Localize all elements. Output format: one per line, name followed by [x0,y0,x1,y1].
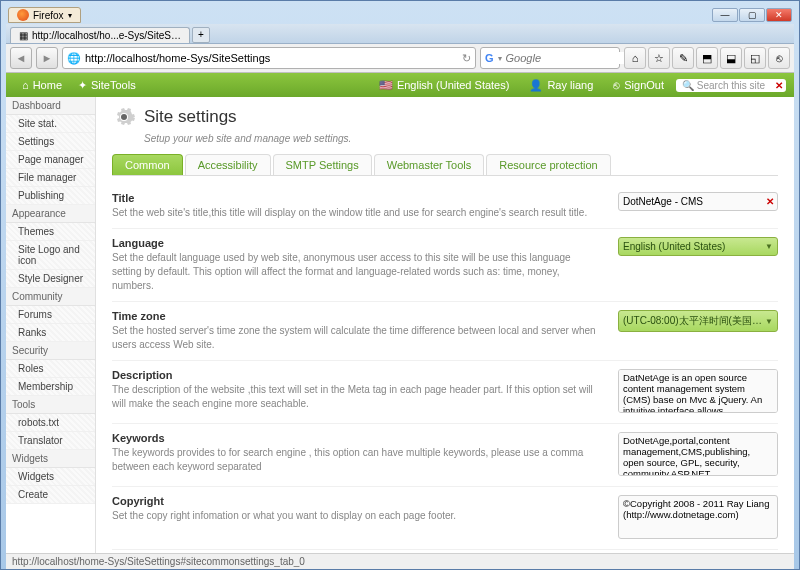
page-favicon: ▦ [19,30,28,41]
keywords-textarea[interactable] [618,432,778,476]
copyright-field-label: Copyright [112,495,602,507]
title-input[interactable]: DotNetAge - CMS✕ [618,192,778,211]
timezone-select[interactable]: (UTC-08:00)太平洋时间(美国和加拿大)▼ [618,310,778,332]
language-field-desc: Set the default language used by web sit… [112,251,602,293]
copyright-textarea[interactable] [618,495,778,539]
window-titlebar: Firefox ▾ — ▢ ✕ [6,6,794,24]
toolbar-icon-5[interactable]: ⎋ [768,47,790,69]
settings-tab[interactable]: Accessibility [185,154,271,175]
sidebar-group: Community [6,288,95,306]
sidebar-group: Appearance [6,205,95,223]
signout-link[interactable]: ⎋SignOut [605,79,672,91]
sidebar-group: Dashboard [6,97,95,115]
user-icon: 👤 [529,79,543,92]
url-input[interactable] [85,52,458,64]
copyright-field-desc: Set the copy right infomation or what yo… [112,509,602,523]
settings-tab[interactable]: Webmaster Tools [374,154,485,175]
app-topbar: ⌂Home ✦SiteTools 🇺🇸English (United State… [6,73,794,97]
home-icon: ⌂ [22,79,29,91]
forward-button[interactable]: ► [36,47,58,69]
main-content: Site settings Setup your web site and ma… [96,97,794,553]
tools-icon: ✦ [78,79,87,92]
sidebar-item[interactable]: Create [6,486,95,504]
sidebar-item[interactable]: robots.txt [6,414,95,432]
sidebar-item[interactable]: Site stat. [6,115,95,133]
url-bar[interactable]: 🌐 ↻ [62,47,476,69]
sidebar-group: Security [6,342,95,360]
description-field-desc: The description of the website ,this tex… [112,383,602,411]
firefox-icon [17,9,29,21]
page-title: Site settings [144,107,237,127]
toolbar-icon-4[interactable]: ◱ [744,47,766,69]
window-maximize-button[interactable]: ▢ [739,8,765,22]
sidebar-item[interactable]: Forums [6,306,95,324]
browser-tabstrip: ▦ http://localhost/ho...e-Sys/SiteSettin… [6,24,794,44]
settings-tabs: CommonAccessibilitySMTP SettingsWebmaste… [112,154,778,176]
settings-tab[interactable]: Resource protection [486,154,610,175]
sidebar-item[interactable]: Publishing [6,187,95,205]
sidebar-item[interactable]: Widgets [6,468,95,486]
home-icon[interactable]: ⌂ [624,47,646,69]
timezone-field-label: Time zone [112,310,602,322]
language-selector[interactable]: 🇺🇸English (United States) [371,79,518,92]
gear-icon [112,105,136,129]
sidebar-item[interactable]: Membership [6,378,95,396]
browser-search-bar[interactable]: G▾ [480,47,620,69]
window-minimize-button[interactable]: — [712,8,738,22]
chevron-down-icon: ▼ [765,317,773,326]
back-button[interactable]: ◄ [10,47,32,69]
toolbar-icon-1[interactable]: ✎ [672,47,694,69]
sidebar-item[interactable]: Roles [6,360,95,378]
sidebar-item[interactable]: Page manager [6,151,95,169]
language-select[interactable]: English (United States)▼ [618,237,778,256]
keywords-field-desc: The keywords provides to for search engi… [112,446,602,474]
globe-icon: 🌐 [67,52,81,65]
chevron-down-icon: ▼ [765,242,773,251]
settings-tab[interactable]: Common [112,154,183,175]
reload-icon[interactable]: ↻ [462,52,471,65]
sidebar-item[interactable]: File manager [6,169,95,187]
title-field-label: Title [112,192,602,204]
sidebar-item[interactable]: Site Logo and icon [6,241,95,270]
keywords-field-label: Keywords [112,432,602,444]
svg-point-0 [121,114,127,120]
user-link[interactable]: 👤Ray liang [521,79,601,92]
flag-icon: 🇺🇸 [379,79,393,92]
sidebar: DashboardSite stat.SettingsPage managerF… [6,97,96,553]
window-close-button[interactable]: ✕ [766,8,792,22]
signout-icon: ⎋ [613,79,620,91]
bookmarks-icon[interactable]: ☆ [648,47,670,69]
browser-navbar: ◄ ► 🌐 ↻ G▾ ⌂ ☆ ✎ ⬒ ⬓ ◱ ⎋ [6,44,794,73]
timezone-field-desc: Set the hosted server's time zone the sy… [112,324,602,352]
sidebar-item[interactable]: Ranks [6,324,95,342]
description-field-label: Description [112,369,602,381]
settings-tab[interactable]: SMTP Settings [273,154,372,175]
sitetools-link[interactable]: ✦SiteTools [70,79,144,92]
new-tab-button[interactable]: + [192,27,210,43]
clear-title-icon[interactable]: ✕ [766,196,774,207]
clear-search-icon[interactable]: ✕ [775,80,783,91]
description-textarea[interactable] [618,369,778,413]
browser-tab[interactable]: ▦ http://localhost/ho...e-Sys/SiteSettin… [10,27,190,43]
status-bar: http://localhost/home-Sys/SiteSettings#s… [6,553,794,569]
sidebar-group: Tools [6,396,95,414]
google-icon: G [485,52,494,64]
sidebar-item[interactable]: Themes [6,223,95,241]
page-subtitle: Setup your web site and manage web setti… [144,133,778,144]
search-icon: 🔍 [682,80,694,91]
title-field-desc: Set the web site's title,this title will… [112,206,602,220]
sidebar-item[interactable]: Style Designer [6,270,95,288]
language-field-label: Language [112,237,602,249]
firefox-menu-button[interactable]: Firefox ▾ [8,7,81,23]
sidebar-item[interactable]: Translator [6,432,95,450]
sidebar-item[interactable]: Settings [6,133,95,151]
home-link[interactable]: ⌂Home [14,79,70,91]
toolbar-icon-3[interactable]: ⬓ [720,47,742,69]
toolbar-icon-2[interactable]: ⬒ [696,47,718,69]
site-search-input[interactable]: 🔍 Search this site✕ [676,79,786,92]
sidebar-group: Widgets [6,450,95,468]
